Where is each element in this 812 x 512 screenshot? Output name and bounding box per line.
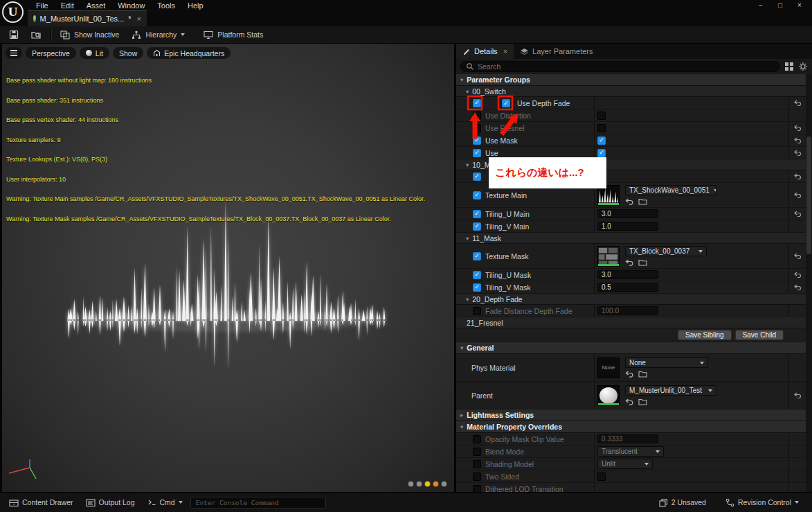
phys-material-thumbnail[interactable]: None: [597, 357, 620, 378]
tab-details[interactable]: Details ×: [456, 44, 514, 59]
texture-thumbnail[interactable]: [597, 246, 620, 267]
cmd-button[interactable]: Cmd: [143, 493, 188, 512]
group-00-switch[interactable]: 00_Switch: [456, 86, 806, 97]
unreal-logo-icon[interactable]: U: [2, 1, 24, 23]
override-checkbox[interactable]: [473, 283, 481, 292]
reset-to-default-button[interactable]: [788, 183, 806, 207]
override-checkbox[interactable]: [473, 210, 481, 218]
browse-to-asset-icon[interactable]: [638, 197, 647, 205]
content-drawer-button[interactable]: Content Drawer: [4, 493, 78, 512]
group-11-mask[interactable]: 11_Mask: [456, 233, 806, 244]
parent-material-dropdown[interactable]: M_MusterUnlit_00_Test: [625, 385, 716, 396]
override-checkbox[interactable]: [473, 473, 481, 481]
section-lightmass-settings[interactable]: Lightmass Settings: [456, 409, 806, 421]
output-log-button[interactable]: Output Log: [81, 493, 140, 512]
preview-scene-button[interactable]: Epic Headquarters: [147, 47, 231, 59]
override-checkbox[interactable]: [473, 136, 481, 145]
reset-to-default-button[interactable]: [788, 170, 806, 182]
reset-to-default-button[interactable]: [788, 134, 806, 146]
lit-mode-button[interactable]: Lit: [80, 47, 109, 59]
unsaved-assets-button[interactable]: 2 Unsaved: [654, 498, 711, 507]
minimize-button[interactable]: −: [751, 1, 770, 9]
group-20-depth-fade[interactable]: 20_Depth Fade: [456, 294, 806, 305]
use-selected-asset-icon[interactable]: [625, 371, 633, 378]
texture-thumbnail[interactable]: [597, 185, 620, 206]
revision-control-button[interactable]: Revision Control: [721, 498, 804, 507]
save-child-button[interactable]: Save Child: [735, 330, 784, 340]
override-checkbox[interactable]: [473, 124, 481, 132]
section-parameter-groups[interactable]: Parameter Groups: [456, 74, 806, 86]
perspective-button[interactable]: Perspective: [26, 47, 76, 59]
override-checkbox[interactable]: [473, 271, 481, 279]
show-menu-button[interactable]: Show: [113, 47, 143, 59]
platform-stats-button[interactable]: Platform Stats: [200, 29, 267, 41]
value-checkbox[interactable]: [597, 124, 606, 132]
group-10-main[interactable]: 10_Main: [456, 159, 806, 170]
blend-mode-dropdown[interactable]: Translucent: [597, 446, 664, 457]
menu-window[interactable]: Window: [112, 1, 150, 10]
reset-to-default-button[interactable]: [788, 244, 806, 268]
browse-to-asset-button[interactable]: [28, 28, 45, 41]
group-21-fresnel[interactable]: 21_Fresnel: [456, 317, 806, 328]
number-input[interactable]: 3.0: [597, 270, 658, 279]
view-options-icon[interactable]: [784, 62, 794, 71]
value-checkbox[interactable]: [597, 112, 606, 120]
section-general[interactable]: General: [456, 342, 806, 354]
use-selected-asset-icon[interactable]: [625, 198, 633, 205]
tab-close-icon[interactable]: ×: [137, 15, 141, 23]
scrollbar-thumb[interactable]: [806, 136, 811, 254]
parent-material-thumbnail[interactable]: [597, 385, 620, 406]
menu-file[interactable]: File: [30, 1, 54, 10]
asset-tab[interactable]: M_MusterUnlit_00_Tes... * ×: [28, 10, 147, 26]
material-preview-viewport[interactable]: Perspective Lit Show Epic Headquarters B…: [2, 44, 454, 492]
reset-to-default-button[interactable]: [788, 269, 806, 281]
menu-asset[interactable]: Asset: [81, 1, 111, 10]
menu-tools[interactable]: Tools: [152, 1, 181, 10]
override-checkbox[interactable]: [473, 485, 481, 493]
browse-to-asset-icon[interactable]: [638, 370, 647, 378]
maximize-button[interactable]: □: [770, 1, 790, 9]
texture-asset-dropdown[interactable]: TX_Block_00_0037: [625, 246, 707, 256]
value-checkbox[interactable]: [597, 473, 606, 481]
value-checkbox[interactable]: [597, 136, 606, 145]
number-input[interactable]: 3.0: [597, 209, 658, 218]
reset-to-default-button[interactable]: [788, 147, 806, 159]
gear-icon[interactable]: [798, 62, 808, 71]
override-checkbox[interactable]: [473, 448, 481, 456]
menu-help[interactable]: Help: [182, 1, 209, 10]
tab-layer-parameters[interactable]: Layer Parameters: [514, 44, 599, 59]
override-checkbox[interactable]: [473, 222, 481, 231]
override-checkbox[interactable]: [473, 191, 481, 200]
override-checkbox[interactable]: [473, 173, 481, 181]
shading-model-dropdown[interactable]: Unlit: [597, 459, 653, 469]
section-material-property-overrides[interactable]: Material Property Overrides: [456, 421, 806, 433]
override-checkbox[interactable]: [473, 252, 481, 261]
value-checkbox[interactable]: [502, 99, 510, 107]
number-input[interactable]: 1.0: [597, 222, 658, 231]
reset-to-default-button[interactable]: [788, 281, 806, 293]
details-scrollbar[interactable]: [806, 74, 812, 492]
override-checkbox[interactable]: [473, 149, 481, 157]
close-button[interactable]: ×: [790, 1, 809, 9]
show-inactive-button[interactable]: Show Inactive: [57, 29, 123, 41]
hierarchy-button[interactable]: Hierarchy: [128, 29, 188, 41]
override-checkbox[interactable]: [473, 112, 481, 120]
tab-close-icon[interactable]: ×: [503, 47, 507, 55]
number-input[interactable]: 0.3333: [597, 434, 658, 443]
viewport-menu-button[interactable]: [6, 47, 22, 59]
override-checkbox[interactable]: [473, 435, 481, 443]
texture-asset-dropdown[interactable]: TX_ShockWave_00_0051: [625, 185, 716, 195]
value-checkbox[interactable]: [597, 149, 606, 157]
reset-to-default-button[interactable]: [788, 382, 806, 409]
override-checkbox[interactable]: [473, 307, 481, 315]
save-sibling-button[interactable]: Save Sibling: [678, 330, 732, 340]
override-checkbox[interactable]: [473, 99, 481, 107]
browse-to-asset-icon[interactable]: [638, 258, 647, 266]
search-input[interactable]: Search: [460, 61, 780, 72]
override-checkbox[interactable]: [473, 460, 481, 468]
number-input[interactable]: 0.5: [597, 283, 658, 292]
browse-to-asset-icon[interactable]: [638, 398, 647, 405]
menu-edit[interactable]: Edit: [55, 1, 80, 10]
reset-to-default-button[interactable]: [788, 208, 806, 220]
save-button[interactable]: [6, 28, 22, 41]
